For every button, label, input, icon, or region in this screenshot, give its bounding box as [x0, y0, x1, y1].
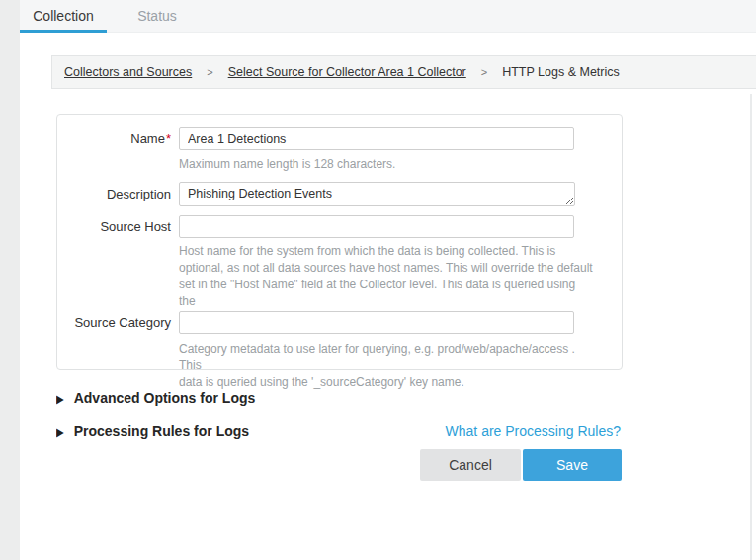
breadcrumb-separator: > [481, 66, 487, 78]
description-textarea[interactable]: Phishing Detection Events [179, 182, 575, 206]
left-gutter [0, 0, 20, 560]
source-host-input[interactable] [179, 215, 574, 238]
helper-line: Host name for the system from which the … [179, 243, 594, 260]
advanced-options-label: Advanced Options for Logs [74, 390, 256, 406]
breadcrumb-link-collectors[interactable]: Collectors and Sources [64, 65, 192, 79]
breadcrumb: Collectors and Sources > Select Source f… [51, 55, 756, 89]
name-input[interactable] [179, 127, 574, 150]
source-category-label: Source Category [57, 311, 171, 334]
source-form-card: Name* Maximum name length is 128 charact… [56, 114, 623, 370]
collapse-triangle-icon: ▶ [56, 425, 64, 438]
name-label: Name* [57, 127, 171, 150]
name-label-text: Name [130, 131, 165, 146]
breadcrumb-link-select-source[interactable]: Select Source for Collector Area 1 Colle… [228, 65, 466, 79]
processing-rules-toggle[interactable]: ▶Processing Rules for Logs [56, 423, 249, 439]
processing-rules-label: Processing Rules for Logs [74, 423, 249, 439]
description-label: Description [57, 182, 171, 206]
advanced-options-toggle[interactable]: ▶Advanced Options for Logs [56, 390, 255, 406]
name-helper-text: Maximum name length is 128 characters. [179, 156, 594, 173]
cancel-button[interactable]: Cancel [420, 449, 521, 481]
helper-line: set in the "Host Name" field at the Coll… [179, 277, 594, 310]
right-divider [750, 94, 752, 560]
source-host-label: Source Host [57, 215, 171, 238]
what-are-processing-rules-link[interactable]: What are Processing Rules? [446, 423, 621, 439]
tab-bar: Collection Status [20, 0, 196, 33]
helper-line: optional, as not all data sources have h… [179, 260, 594, 277]
required-asterisk: * [166, 131, 171, 146]
breadcrumb-current-page: HTTP Logs & Metrics [502, 65, 620, 79]
source-category-helper-text: Category metadata to use later for query… [179, 341, 594, 391]
save-button[interactable]: Save [523, 449, 622, 481]
breadcrumb-separator: > [207, 66, 212, 78]
helper-line: data is queried using the '_sourceCatego… [179, 374, 594, 391]
tab-collection[interactable]: Collection [20, 0, 107, 33]
source-config-screen: Collection Status Collectors and Sources… [0, 0, 756, 560]
helper-line: Category metadata to use later for query… [179, 341, 594, 374]
source-category-input[interactable] [179, 311, 574, 334]
tab-status[interactable]: Status [119, 0, 196, 33]
collapse-triangle-icon: ▶ [56, 392, 64, 405]
